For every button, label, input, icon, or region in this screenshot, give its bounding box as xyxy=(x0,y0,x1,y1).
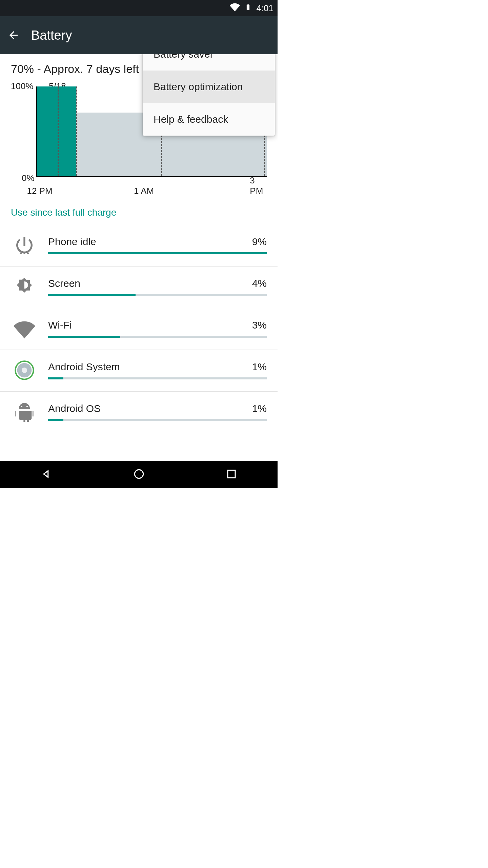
wifi-icon xyxy=(11,315,38,342)
menu-item-label: Help & feedback xyxy=(154,114,228,125)
menu-item-help-feedback[interactable]: Help & feedback xyxy=(143,103,275,136)
status-bar: 4:01 xyxy=(0,0,278,16)
usage-label: Android System xyxy=(48,361,120,373)
svg-point-6 xyxy=(27,252,29,254)
svg-point-9 xyxy=(22,368,27,373)
usage-label: Phone idle xyxy=(48,236,96,248)
chart-tick-dash xyxy=(58,86,59,176)
usage-item-wifi[interactable]: Wi-Fi 3% xyxy=(0,308,278,350)
status-time: 4:01 xyxy=(256,3,273,14)
yaxis-label-top: 100% xyxy=(11,81,34,92)
brightness-icon xyxy=(11,273,38,300)
usage-label: Screen xyxy=(48,278,80,289)
page-title: Battery xyxy=(31,28,72,43)
usage-pct: 1% xyxy=(252,403,267,414)
overflow-menu: Battery saver Battery optimization Help … xyxy=(143,54,275,136)
yaxis-label-bot: 0% xyxy=(22,173,35,183)
nav-home-icon[interactable] xyxy=(133,468,145,482)
svg-point-10 xyxy=(21,406,22,407)
usage-label: Wi-Fi xyxy=(48,319,72,331)
navigation-bar xyxy=(0,461,278,488)
app-bar: Battery xyxy=(0,16,278,54)
usage-list: Phone idle 9% Screen 4% xyxy=(0,225,278,433)
usage-bar xyxy=(48,336,267,338)
battery-status-icon xyxy=(245,2,251,15)
usage-section-header: Use since last full charge xyxy=(0,202,278,225)
usage-pct: 1% xyxy=(252,361,267,373)
menu-item-label: Battery optimization xyxy=(154,81,243,93)
usage-bar xyxy=(48,377,267,379)
usage-pct: 3% xyxy=(252,319,267,331)
nav-recent-icon[interactable] xyxy=(225,468,238,482)
xaxis-label: 3 PM xyxy=(250,175,263,196)
usage-pct: 9% xyxy=(252,236,267,248)
usage-item-phone-idle[interactable]: Phone idle 9% xyxy=(0,225,278,267)
back-button[interactable] xyxy=(5,27,22,43)
svg-point-4 xyxy=(20,252,22,254)
usage-bar xyxy=(48,252,267,254)
android-sys-icon xyxy=(11,357,38,384)
usage-item-android-os[interactable]: Android OS 1% xyxy=(0,392,278,433)
usage-item-android-system[interactable]: Android System 1% xyxy=(0,350,278,392)
svg-rect-13 xyxy=(227,470,235,478)
svg-point-11 xyxy=(26,406,28,407)
power-icon xyxy=(11,232,38,259)
chart-area-past xyxy=(37,86,76,176)
svg-rect-0 xyxy=(247,5,249,10)
android-os-icon xyxy=(11,398,38,426)
menu-item-battery-optimization[interactable]: Battery optimization xyxy=(143,71,275,103)
nav-back-icon[interactable] xyxy=(40,468,53,482)
svg-marker-2 xyxy=(37,88,76,176)
svg-point-5 xyxy=(23,252,25,254)
usage-bar xyxy=(48,294,267,296)
usage-label: Android OS xyxy=(48,403,101,414)
usage-bar xyxy=(48,419,267,421)
svg-point-12 xyxy=(135,470,143,478)
usage-pct: 4% xyxy=(252,278,267,289)
menu-item-label: Battery saver xyxy=(154,54,214,60)
svg-rect-1 xyxy=(248,4,249,4)
xaxis-label: 12 PM xyxy=(27,186,52,196)
chart-tick-dash xyxy=(76,86,77,176)
menu-item-battery-saver[interactable]: Battery saver xyxy=(143,54,275,71)
wifi-status-icon xyxy=(230,2,240,15)
usage-item-screen[interactable]: Screen 4% xyxy=(0,267,278,308)
xaxis-label: 1 AM xyxy=(134,186,154,196)
